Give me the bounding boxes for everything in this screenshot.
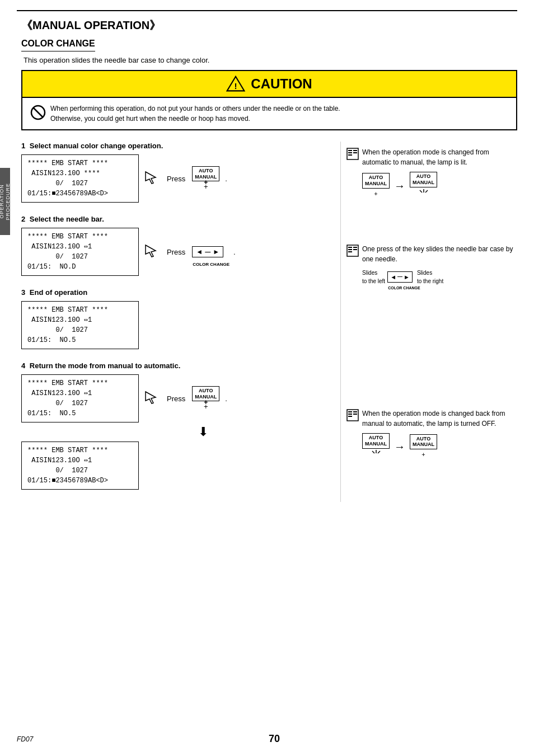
step-3-label: End of operation [30,288,87,297]
caution-text1: When performing this operation, do not p… [50,105,340,112]
auto-manual-button-1: AUTOMANUAL [192,166,219,182]
caution-title: CAUTION [251,76,312,92]
note-1-plus-before: + [362,189,390,199]
note-1-icon [346,147,359,167]
svg-rect-24 [353,414,357,415]
step-2-row: ***** EMB START **** AISIN123.10O ⇔1 0/ … [21,228,329,276]
note-2-text-content: One press of the key slides the needle b… [362,245,513,263]
left-column: 1 Select manual color change operation. … [21,142,340,502]
caution-text: When performing this operation, do not p… [50,104,340,124]
step-4-screen-top: ***** EMB START **** AISIN123.10O ⇔1 0/ … [21,374,139,422]
side-tab-label: OPERATIONPROCEDURE [0,183,11,220]
svg-rect-23 [353,411,357,412]
note-3-btn-after: AUTOMANUAL + [410,434,437,459]
step-4-row-bottom: ***** EMB START **** AISIN123.10O ⇔1 0/ … [21,442,329,490]
note-3-text: When the operation mode is changed back … [362,408,517,429]
step-4-auto-manual-btn: AUTOMANUAL + [192,386,219,411]
step-4-screen-bottom: ***** EMB START **** AISIN123.10O ⇔1 0/ … [21,442,139,490]
caution-body: When performing this operation, do not p… [22,98,516,129]
note-3-auto-manual-lit: AUTOMANUAL [362,433,390,449]
step-1-label: Select manual color change operation. [30,142,163,150]
svg-rect-7 [348,154,352,156]
note-2-text: One press of the key slides the needle b… [362,244,517,264]
step-2-period: . [233,248,236,256]
two-col-layout: 1 Select manual color change operation. … [21,142,517,502]
svg-line-11 [420,190,422,192]
svg-rect-9 [353,152,357,153]
svg-rect-18 [353,249,357,250]
svg-text:!: ! [235,81,237,91]
note-2-icon [346,244,359,264]
side-tab: OPERATIONPROCEDURE [0,168,10,235]
note-2-diagram: Slidesto the left ◄ — ► COLOR CHANGE Sli… [346,269,517,285]
step-4-label: Return the mode from manual to automatic… [30,361,180,370]
note-1-auto-manual-on: AUTOMANUAL [410,172,437,187]
svg-rect-22 [348,416,352,417]
footer-right [516,735,517,743]
note-1-lamp-indicator [410,188,437,200]
note-3-arrow-icon: → [394,438,405,455]
note-3: When the operation mode is changed back … [346,408,517,460]
svg-rect-16 [348,251,352,252]
step-3-screen: ***** EMB START **** AISIN123.10O ⇔1 0/ … [21,301,139,349]
color-change-button: ◄ — ► COLOR CHANGE [192,246,223,257]
note-1-btn-after: AUTOMANUAL [410,172,437,199]
right-arrow-icon: ► [213,248,219,256]
caution-header: ! CAUTION [22,71,516,98]
footer-code: FD07 [17,735,33,743]
step-1-auto-manual-btn: AUTOMANUAL + [192,166,219,191]
svg-line-12 [425,190,428,192]
note-1-diagram: AUTOMANUAL + → AUTOMANUAL [346,172,517,199]
dash-slides-icon: — [397,273,402,281]
step-4-press-label: Press [167,395,185,403]
color-change-label: COLOR CHANGE [193,262,223,267]
step-3-num: 3 [21,288,25,297]
step-4-cursor-icon [144,391,161,407]
svg-rect-20 [348,411,352,412]
svg-line-3 [33,107,43,118]
auto-manual-button-4: AUTOMANUAL [192,386,219,402]
step-3: 3 End of operation ***** EMB START **** … [21,288,329,349]
right-arrow-slides-icon: ► [404,273,410,282]
page-title: 《MANUAL OPERATION》 [21,18,517,33]
step-1-row: ***** EMB START **** AISIN123.10O **** 0… [21,154,329,203]
step-2-label: Select the needle bar. [30,215,104,223]
step-3-title: 3 End of operation [21,288,329,297]
slides-diagram: Slidesto the left ◄ — ► COLOR CHANGE Sli… [362,269,517,285]
svg-rect-14 [348,247,352,248]
step-4-period: . [225,395,227,403]
caution-triangle-icon: ! [226,76,245,92]
note-3-content: When the operation mode is changed back … [346,408,517,429]
slides-right-label: Slidesto the right [417,269,443,285]
svg-rect-8 [353,150,357,151]
dash-icon: — [205,249,210,255]
slides-left-label: Slidesto the left [362,269,385,285]
step-1: 1 Select manual color change operation. … [21,142,329,203]
intro-text: This operation slides the needle bar cas… [21,56,517,64]
right-column: When the operation mode is changed from … [340,142,517,502]
note-2-content: One press of the key slides the needle b… [346,244,517,264]
caution-text2: Otherwise, you could get hurt when the n… [50,115,250,123]
step-2-screen: ***** EMB START **** AISIN123.10O ⇔1 0/ … [21,228,139,276]
left-arrow-icon: ◄ [196,248,203,256]
note-3-text-content: When the operation mode is changed back … [362,410,505,428]
step-4-title: 4 Return the mode from manual to automat… [21,361,329,370]
step-2-press-label: Press [167,248,185,256]
caution-box: ! CAUTION When performing this operation… [21,70,517,130]
step-3-row: ***** EMB START **** AISIN123.10O ⇔1 0/ … [21,301,329,349]
left-arrow-slides-icon: ◄ [390,273,396,282]
note-1-text-content: When the operation mode is changed from … [362,148,489,166]
note-3-auto-manual-off: AUTOMANUAL [410,434,437,450]
note-3-icon [346,408,359,429]
step-4-num: 4 [21,361,25,370]
step-1-num: 1 [21,142,25,150]
step-2-num: 2 [21,215,25,223]
step-1-title: 1 Select manual color change operation. [21,142,329,150]
step-4: 4 Return the mode from manual to automat… [21,361,329,490]
svg-rect-5 [348,150,352,151]
color-change-slides-btn: ◄ — ► COLOR CHANGE [387,271,413,283]
svg-line-27 [378,451,380,453]
color-change-slides-label: COLOR CHANGE [388,285,412,292]
note-3-lamp-before [362,449,390,461]
note-1-content: When the operation mode is changed from … [346,147,517,167]
